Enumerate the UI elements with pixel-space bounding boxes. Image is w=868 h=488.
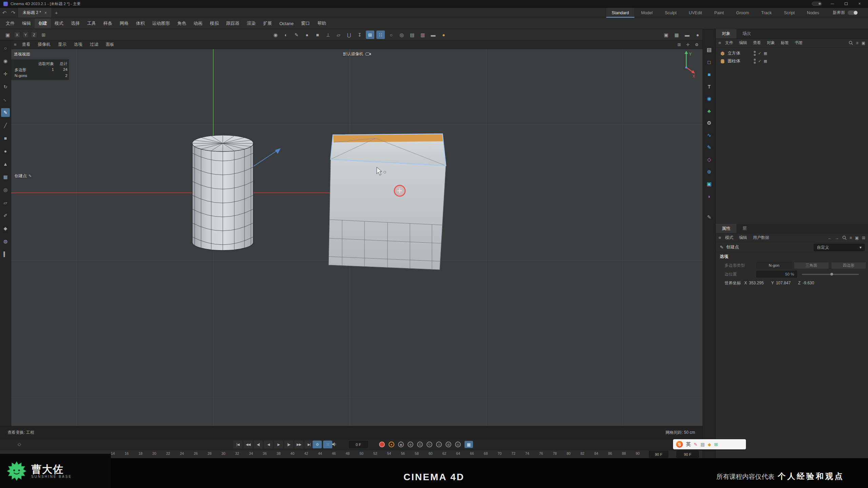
am-menu-edit[interactable]: 编辑 — [736, 233, 750, 242]
picture-viewer-icon[interactable]: ▣ — [662, 30, 670, 39]
popout-icon[interactable]: ⊞ — [862, 236, 865, 240]
cloner-icon[interactable]: ▣ — [705, 180, 714, 188]
modeling-pen-icon[interactable]: ✎ — [292, 30, 301, 39]
brush-icon[interactable]: ▍ — [1, 250, 10, 259]
foliage-icon[interactable]: ♣ — [705, 106, 714, 115]
layout-tab-groom[interactable]: Groom — [731, 8, 754, 18]
material-bucket-icon[interactable]: ◆ — [1, 224, 10, 233]
om-menu-bookmarks[interactable]: 书签 — [792, 39, 806, 47]
ring-select-icon[interactable]: ○ — [387, 30, 395, 39]
globe-icon[interactable]: ⊕ — [705, 167, 714, 176]
next-key-button[interactable]: ▶▶ — [294, 441, 303, 448]
history-forward-icon[interactable]: → — [835, 236, 839, 240]
ime-pen-icon[interactable]: ✎ — [694, 442, 697, 447]
minimal-ui-button[interactable]: ▦ — [465, 441, 473, 448]
next-frame-button[interactable]: |▶ — [284, 441, 293, 448]
array-icon[interactable]: ▦ — [1, 172, 10, 181]
poly-type-quad-button[interactable]: 四边形 — [831, 262, 866, 269]
sogou-logo[interactable]: S — [676, 441, 683, 448]
om-menu-icon[interactable]: ≡ — [718, 40, 721, 45]
render-ipr-icon[interactable]: ◐ — [282, 30, 290, 39]
prev-frame-button[interactable]: ◀| — [254, 441, 263, 448]
menu-create[interactable]: 创建 — [35, 19, 51, 28]
state-check-icon[interactable]: ✓ — [758, 59, 761, 63]
axis-mode-icon[interactable]: ⊥ — [324, 30, 332, 39]
am-menu-userdata[interactable]: 用户数据 — [750, 233, 772, 242]
layout-tab-standard[interactable]: Standard — [606, 8, 634, 18]
edge-position-field[interactable]: 50 % — [756, 271, 797, 278]
vp-menu-filter[interactable]: 过滤 — [86, 40, 102, 49]
menu-tracker[interactable]: 跟踪器 — [222, 19, 243, 28]
spline-icon[interactable]: ∿ — [705, 131, 714, 140]
polygon-tag-icon[interactable]: ▦ — [764, 51, 767, 56]
visibility-dots[interactable] — [754, 59, 756, 64]
object-row-cylinder[interactable]: 圆柱体 ✓ ▦ — [716, 57, 868, 65]
menu-mesh[interactable]: 网格 — [116, 19, 132, 28]
edge-position-slider[interactable] — [802, 274, 859, 275]
close-button[interactable]: × — [853, 0, 866, 7]
menu-spline[interactable]: 样条 — [100, 19, 116, 28]
autokey-button[interactable]: ● — [389, 442, 394, 447]
camera-label[interactable]: 默认摄像机 — [343, 51, 371, 57]
zoom-icon[interactable]: ○ — [1, 44, 10, 53]
ime-mic-icon[interactable]: ◆ — [708, 442, 711, 447]
om-menu-file[interactable]: 文件 — [723, 39, 736, 47]
document-tab[interactable]: 未标题 2 * × — [18, 8, 52, 18]
om-menu-view[interactable]: 查看 — [750, 39, 764, 47]
viewport[interactable]: 透视视图 默认摄像机 选取对象总计 多边形124 N-gons2 创建点 ✎ Y… — [11, 49, 703, 426]
am-menu-icon[interactable]: ≡ — [718, 235, 721, 240]
vp-grid-icon[interactable]: ⊞ — [676, 42, 682, 48]
quantize-icon[interactable]: ∷ — [376, 30, 385, 39]
record-rotation-button[interactable]: ↻ — [427, 442, 432, 447]
vp-menu-display[interactable]: 显示 — [55, 40, 70, 49]
options-section-label[interactable]: 选项 — [716, 252, 868, 261]
menu-simulate[interactable]: 模拟 — [206, 19, 222, 28]
tab-objects[interactable]: 对象 — [716, 29, 736, 38]
menu-help[interactable]: 帮助 — [314, 19, 330, 28]
search-icon[interactable] — [849, 41, 853, 45]
record-position-button[interactable]: ⊕ — [408, 442, 413, 447]
tab-layers[interactable]: 层 — [736, 224, 753, 233]
layout-tab-model[interactable]: Model — [636, 8, 658, 18]
search-icon[interactable] — [842, 236, 847, 240]
layout-tab-paint[interactable]: Paint — [709, 8, 729, 18]
tab-attributes[interactable]: 属性 — [716, 224, 736, 233]
polygon-pen-icon[interactable]: ✎ — [1, 108, 10, 117]
sphere-primitive-icon[interactable]: ● — [1, 147, 10, 156]
ime-toolbox-icon[interactable]: ⊞ — [714, 442, 718, 447]
viewport-menu-icon[interactable]: ≡ — [14, 42, 17, 47]
menu-mode[interactable]: 模式 — [51, 19, 67, 28]
polygon-tag-icon[interactable]: ▦ — [764, 59, 767, 63]
play-button[interactable]: ▶ — [274, 441, 283, 448]
preset-dropdown[interactable]: 自定义 ▾ — [814, 244, 865, 251]
cube-primitive-icon[interactable]: ■ — [1, 134, 10, 143]
sound-icon[interactable] — [332, 442, 337, 447]
rotate-icon[interactable]: ↻ — [1, 82, 10, 91]
film-icon[interactable]: ▬ — [683, 30, 691, 39]
solo-button[interactable]: ◎ — [455, 442, 461, 447]
record-pla-button[interactable]: ⊞ — [446, 442, 451, 447]
poly-type-ngon-button[interactable]: N-gon — [756, 262, 792, 269]
new-document-tab-button[interactable]: + — [52, 8, 61, 18]
text-tool-icon[interactable]: T — [705, 82, 714, 91]
sculpt-icon[interactable]: ◍ — [1, 237, 10, 246]
render-queue-icon[interactable]: ▬ — [429, 30, 437, 39]
om-menu-objects[interactable]: 对象 — [764, 39, 778, 47]
snap-icon[interactable]: ⋃ — [345, 30, 353, 39]
list-icon[interactable]: ≡ — [850, 236, 852, 240]
filter-icon[interactable]: ≡ — [856, 41, 859, 45]
state-check-icon[interactable]: ✓ — [758, 51, 761, 56]
workplane-icon[interactable]: ▤ — [408, 30, 416, 39]
keyframe-selection-button[interactable]: ◉ — [398, 442, 404, 447]
tab-takes[interactable]: 场次 — [736, 29, 757, 38]
keyframe-diamond-icon[interactable]: ◇ — [18, 442, 21, 447]
sphere-tool-icon[interactable]: ● — [303, 30, 311, 39]
coord-y-value[interactable]: 107.847 — [776, 281, 790, 285]
current-frame-field[interactable]: 0 F — [349, 441, 368, 448]
layout-tab-sculpt[interactable]: Sculpt — [659, 8, 682, 18]
field-icon[interactable]: ◗ — [705, 192, 714, 201]
team-render-icon[interactable]: ● — [693, 30, 702, 39]
vp-menu-panel[interactable]: 面板 — [102, 40, 118, 49]
pencil-icon[interactable]: ✎ — [705, 213, 714, 222]
loop-select-icon[interactable]: ◎ — [397, 30, 406, 39]
